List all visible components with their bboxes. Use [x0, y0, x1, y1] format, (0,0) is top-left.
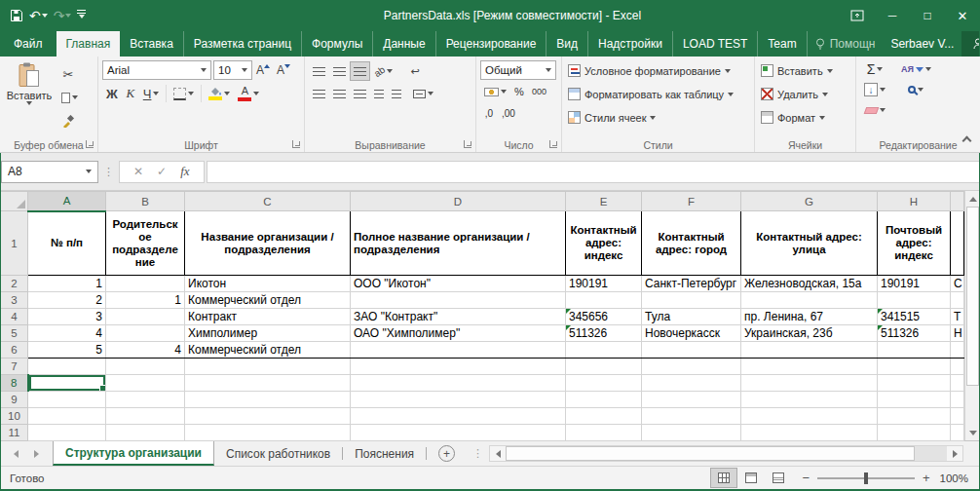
cell-A3[interactable]: 2	[28, 292, 106, 309]
cell-B8[interactable]	[106, 375, 185, 392]
cell-C4[interactable]: Контракт	[185, 309, 351, 325]
close-button[interactable]: ✕	[945, 0, 980, 31]
account-user[interactable]: Serbaev V...	[883, 37, 961, 51]
cell-A4[interactable]: 3	[28, 309, 106, 325]
clipboard-dialog-launcher[interactable]	[86, 140, 94, 148]
cell-I3-partial[interactable]	[951, 292, 964, 309]
tab-insert[interactable]: Вставка	[120, 31, 183, 57]
sheet-tab-structure[interactable]: Структура организации	[53, 441, 214, 466]
vertical-scroll-thumb[interactable]	[966, 207, 979, 386]
cell-D2[interactable]: ООО "Икотон"	[351, 276, 566, 292]
cell-C11[interactable]	[185, 425, 351, 441]
confirm-entry-button[interactable]: ✓	[157, 165, 167, 178]
font-size-combobox[interactable]: 10	[213, 60, 252, 80]
orientation-button[interactable]: ab	[370, 61, 396, 81]
cell-F3[interactable]	[642, 292, 741, 309]
format-cells-button[interactable]: Формат	[759, 106, 851, 129]
cell-D3[interactable]	[351, 292, 566, 309]
cell-D8[interactable]	[351, 375, 566, 392]
cell-B11[interactable]	[106, 425, 185, 441]
formula-input[interactable]	[207, 161, 979, 183]
cell-I2-partial[interactable]: С	[951, 276, 964, 292]
fill-button[interactable]: ↓	[860, 80, 889, 99]
save-button[interactable]	[10, 9, 23, 22]
paste-button[interactable]: Вставить	[4, 60, 55, 136]
increase-decimal-button[interactable]: ,0	[480, 103, 498, 123]
cell-A5[interactable]: 4	[28, 325, 106, 342]
cell-G1[interactable]: Контактный адрес: улица	[741, 211, 878, 276]
cell-I11-partial[interactable]	[951, 425, 964, 441]
tab-file[interactable]: Файл	[0, 31, 57, 57]
insert-cells-button[interactable]: Вставить	[759, 59, 851, 82]
horizontal-scroll-thumb[interactable]	[506, 446, 915, 461]
cell-F7[interactable]	[642, 359, 741, 375]
cell-I1-partial[interactable]	[951, 211, 964, 276]
cell-A2[interactable]: 1	[28, 276, 106, 292]
cell-A1[interactable]: № п/п	[28, 211, 106, 276]
formula-bar-handle[interactable]: ⋮	[98, 166, 119, 178]
col-header-F[interactable]: F	[642, 192, 741, 211]
horizontal-scrollbar[interactable]	[489, 445, 963, 462]
tab-addins[interactable]: Надстройки	[587, 31, 672, 57]
redo-button[interactable]: ↷	[54, 9, 72, 22]
ribbon-display-options-button[interactable]	[840, 0, 875, 31]
cell-B10[interactable]	[106, 408, 185, 425]
cell-F6[interactable]	[642, 342, 741, 359]
col-header-C[interactable]: C	[185, 192, 351, 211]
scroll-up-button[interactable]	[965, 191, 980, 207]
cell-D11[interactable]	[351, 425, 566, 441]
sheet-tab-notes[interactable]: Пояснения	[343, 441, 426, 466]
copy-button[interactable]	[55, 88, 82, 107]
align-middle-button[interactable]	[329, 61, 350, 81]
tab-home[interactable]: Главная	[57, 31, 121, 57]
cell-G11[interactable]	[741, 425, 878, 441]
cell-C7[interactable]	[185, 359, 351, 375]
insert-function-button[interactable]: fx	[180, 164, 189, 179]
zoom-in-button[interactable]: +	[923, 471, 930, 485]
col-header-E[interactable]: E	[566, 192, 642, 211]
cell-I9-partial[interactable]	[951, 392, 964, 408]
row-header-2[interactable]: 2	[1, 276, 28, 292]
align-left-button[interactable]	[309, 84, 329, 103]
cell-H5[interactable]: 511326	[878, 325, 951, 342]
delete-cells-button[interactable]: Удалить	[759, 83, 851, 105]
cell-F4[interactable]: Тула	[642, 309, 741, 325]
cell-I4-partial[interactable]: Т	[951, 309, 964, 325]
cell-I8-partial[interactable]	[951, 375, 964, 392]
cell-D7[interactable]	[351, 359, 566, 375]
row-header-10[interactable]: 10	[1, 408, 28, 425]
scroll-left-button[interactable]	[490, 446, 506, 461]
cell-C3[interactable]: Коммерческий отдел	[185, 292, 351, 309]
cell-H4[interactable]: 341515	[878, 309, 951, 325]
row-header-9[interactable]: 9	[1, 392, 28, 408]
cell-I7-partial[interactable]	[951, 359, 964, 375]
cell-F2[interactable]: Санкт-Петербург	[642, 276, 741, 292]
cell-F9[interactable]	[642, 392, 741, 408]
cell-C1[interactable]: Название организации / подразделения	[185, 211, 351, 276]
cell-A11[interactable]	[28, 425, 106, 441]
cell-E4[interactable]: 345656	[566, 309, 642, 325]
tab-data[interactable]: Данные	[372, 31, 434, 57]
sort-filter-button[interactable]: АЯ	[897, 59, 935, 79]
format-painter-button[interactable]	[55, 111, 82, 131]
cell-A10[interactable]	[28, 408, 106, 425]
cell-H10[interactable]	[878, 408, 951, 425]
zoom-level[interactable]: 100%	[940, 472, 980, 484]
font-color-button[interactable]: А	[234, 84, 263, 103]
shrink-font-button[interactable]: А	[273, 60, 293, 80]
customize-qat-button[interactable]	[77, 13, 86, 19]
cell-G3[interactable]	[741, 292, 878, 309]
cell-I5-partial[interactable]: Н	[951, 325, 964, 342]
cell-D5[interactable]: ОАО "Химполимер"	[351, 325, 566, 342]
cell-E9[interactable]	[566, 392, 642, 408]
cell-G7[interactable]	[741, 359, 878, 375]
italic-button[interactable]: К	[122, 84, 139, 103]
cell-B9[interactable]	[106, 392, 185, 408]
tab-load-test[interactable]: LOAD TEST	[672, 31, 757, 57]
sheet-tab-employees[interactable]: Список работников	[214, 441, 342, 466]
col-header-H[interactable]: H	[878, 192, 951, 211]
cell-E8[interactable]	[566, 375, 642, 392]
cell-C10[interactable]	[185, 408, 351, 425]
col-header-partial[interactable]	[951, 192, 964, 211]
sheet-bar-handle[interactable]: ⋮	[467, 447, 489, 460]
